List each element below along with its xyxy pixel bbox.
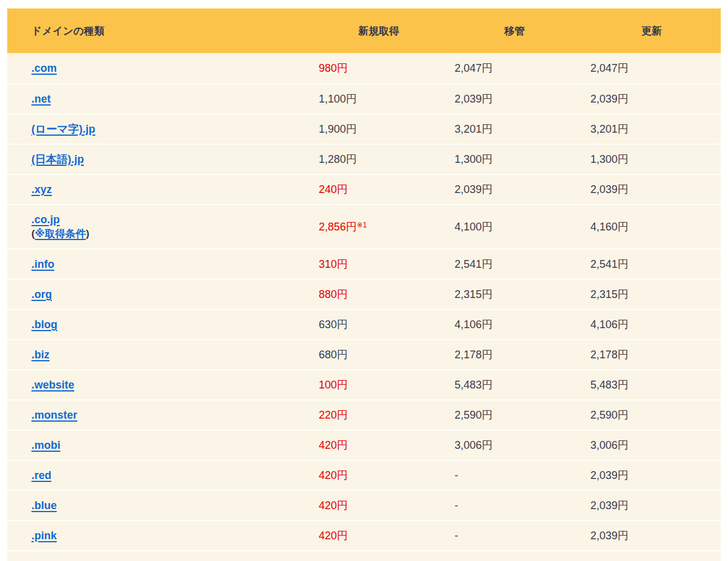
new-price: 2,856円※1 — [319, 220, 367, 234]
transfer-price-cell: 2,039円 — [447, 175, 583, 204]
transfer-price-cell: - — [447, 461, 583, 490]
domain-link[interactable]: .co.jp — [31, 212, 60, 227]
new-price-cell: 980円 — [311, 53, 447, 83]
domain-link[interactable]: .pink — [31, 528, 57, 543]
transfer-price: 3,006円 — [455, 438, 493, 452]
table-row: .website 100円 5,483円 5,483円 — [7, 369, 721, 399]
domain-link[interactable]: .mobi — [31, 438, 60, 452]
domain-link[interactable]: .org — [31, 287, 52, 302]
transfer-price-cell: 2,178円 — [447, 340, 583, 369]
new-price: 220円 — [319, 408, 348, 422]
new-price-cell: 2,856円※1 — [311, 205, 447, 249]
renewal-price-cell: 2,315円 — [583, 280, 721, 309]
renewal-price-cell — [583, 551, 721, 561]
renewal-price-cell: 2,541円 — [583, 250, 721, 279]
transfer-price-cell: 5,483円 — [447, 370, 583, 399]
domain-link[interactable]: .blog — [31, 317, 57, 332]
domain-link[interactable]: .link — [31, 559, 53, 561]
domain-cell: .website — [7, 370, 311, 399]
renewal-price: 4,106円 — [590, 317, 628, 332]
domain-link[interactable]: .net — [31, 92, 51, 106]
table-row: .info 310円 2,541円 2,541円 — [7, 249, 721, 279]
header-cell-transfer: 移管 — [447, 8, 583, 53]
table-row: .co.jp (※取得条件) 2,856円※1 4,100円 4,160円 — [7, 204, 721, 249]
domain-link[interactable]: (日本語).jp — [31, 152, 84, 166]
transfer-price: 4,100円 — [455, 220, 493, 234]
transfer-price-cell: 3,201円 — [447, 115, 583, 144]
domain-cell: .red — [7, 461, 311, 490]
new-price-cell: 1,900円 — [311, 115, 447, 144]
transfer-price: - — [455, 530, 458, 542]
domain-link[interactable]: .biz — [31, 347, 49, 362]
renewal-price: 2,047円 — [590, 61, 628, 75]
new-price-cell: 420円 — [311, 431, 447, 460]
renewal-price: 5,483円 — [590, 378, 628, 392]
header-cell-renewal: 更新 — [583, 8, 721, 53]
transfer-price: 5,483円 — [455, 378, 493, 392]
table-row: .xyz 240円 2,039円 2,039円 — [7, 174, 721, 204]
table-row: (ローマ字).jp 1,900円 3,201円 3,201円 — [7, 113, 721, 144]
renewal-price-cell: 4,106円 — [583, 310, 721, 339]
domain-link[interactable]: .monster — [31, 408, 77, 422]
renewal-price-cell: 4,160円 — [583, 205, 721, 249]
renewal-price: 2,039円 — [590, 468, 628, 483]
renewal-price-cell: 2,039円 — [583, 491, 721, 520]
renewal-price: 3,006円 — [590, 438, 628, 452]
new-price: 1,100円 — [319, 92, 357, 106]
transfer-price: - — [455, 499, 458, 512]
transfer-price: 2,315円 — [455, 287, 493, 302]
note-suffix: ) — [86, 228, 89, 239]
domain-link[interactable]: .blue — [31, 498, 57, 513]
new-price-cell: 1,100円 — [311, 84, 447, 113]
domain-link[interactable]: .com — [31, 61, 57, 75]
domain-cell: .monster — [7, 401, 311, 429]
renewal-price-cell: 2,590円 — [583, 401, 721, 429]
domain-link[interactable]: (ローマ字).jp — [31, 122, 95, 136]
table-row: .link — [7, 550, 721, 561]
table-row: .blue 420円 - 2,039円 — [7, 490, 721, 520]
domain-cell: .com — [7, 53, 311, 83]
table-row: .com 980円 2,047円 2,047円 — [7, 53, 721, 83]
renewal-price-cell: 2,039円 — [583, 175, 721, 204]
transfer-price-cell: 4,106円 — [447, 310, 583, 339]
domain-link[interactable]: .website — [31, 378, 74, 392]
table-row: .org 880円 2,315円 2,315円 — [7, 279, 721, 309]
domain-cell: .blue — [7, 491, 311, 520]
new-price-cell: 1,280円 — [311, 145, 447, 174]
new-price-cell: 310円 — [311, 250, 447, 279]
table-header: ドメインの種類 新規取得 移管 更新 — [7, 8, 721, 53]
acquisition-terms-link[interactable]: ※取得条件 — [35, 228, 86, 239]
domain-link[interactable]: .info — [31, 257, 54, 271]
header-cell-domain-type: ドメインの種類 — [7, 8, 311, 53]
renewal-price: 2,590円 — [590, 408, 628, 422]
domain-cell: .link — [7, 551, 311, 561]
table-row: .mobi 420円 3,006円 3,006円 — [7, 429, 721, 460]
transfer-price-cell: 2,039円 — [447, 84, 583, 113]
transfer-price: 3,201円 — [455, 122, 493, 136]
new-price: 100円 — [319, 378, 348, 392]
transfer-price-cell — [447, 551, 583, 561]
new-price-cell: 680円 — [311, 340, 447, 369]
renewal-price: 2,178円 — [590, 347, 628, 362]
new-price: 1,900円 — [319, 122, 357, 136]
transfer-price: 4,106円 — [455, 317, 493, 332]
new-price: 310円 — [319, 257, 348, 271]
table-row: .red 420円 - 2,039円 — [7, 460, 721, 490]
transfer-price-cell: 2,541円 — [447, 250, 583, 279]
renewal-price-cell: 2,039円 — [583, 84, 721, 113]
new-price-cell: 420円 — [311, 491, 447, 520]
domain-cell: (ローマ字).jp — [7, 115, 311, 144]
renewal-price: 2,039円 — [590, 92, 628, 106]
renewal-price-cell: 2,178円 — [583, 340, 721, 369]
new-price: 980円 — [319, 61, 348, 75]
transfer-price-cell: - — [447, 491, 583, 520]
renewal-price: 2,541円 — [590, 257, 628, 271]
transfer-price-cell: 4,100円 — [447, 205, 583, 249]
new-price-cell: 630円 — [311, 310, 447, 339]
new-price: 420円 — [319, 438, 348, 452]
domain-cell: .co.jp (※取得条件) — [7, 205, 311, 249]
domain-cell: .info — [7, 250, 311, 279]
domain-link[interactable]: .xyz — [31, 182, 52, 197]
domain-link[interactable]: .red — [31, 468, 51, 483]
table-row: (日本語).jp 1,280円 1,300円 1,300円 — [7, 144, 721, 174]
